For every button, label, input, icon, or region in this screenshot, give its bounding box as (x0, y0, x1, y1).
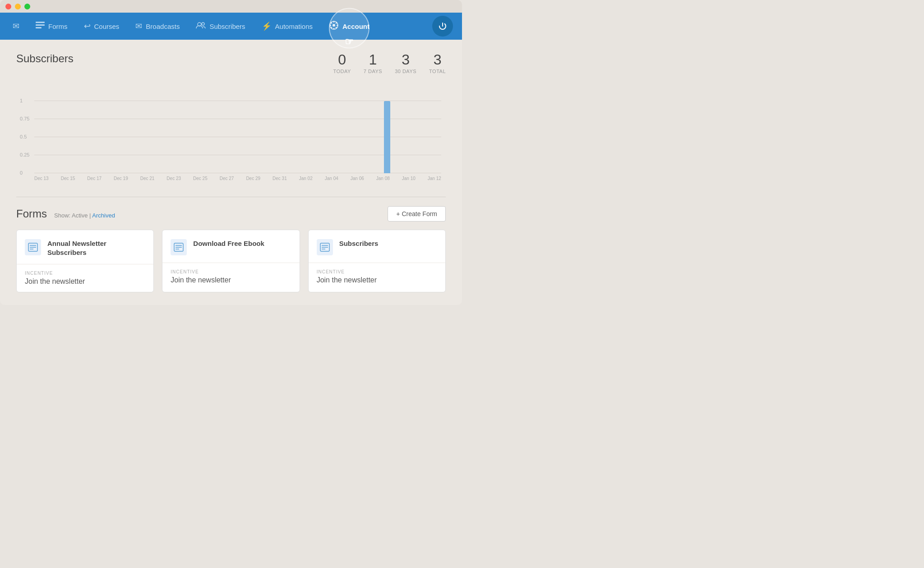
create-form-button[interactable]: + Create Form (388, 206, 446, 222)
form-card-title-ebook: Download Free Ebook (193, 239, 264, 248)
form-card-icon-ebook (171, 239, 187, 255)
nav-item-broadcasts[interactable]: ✉ Broadcasts (127, 13, 188, 40)
forms-header: Forms Show: Active | Archived + Create F… (16, 206, 446, 222)
form-card-icon-annual (25, 239, 41, 255)
form-card-title-annual: Annual Newsletter Subscribers (47, 239, 145, 257)
svg-point-7 (333, 21, 335, 23)
maximize-button[interactable] (24, 4, 30, 9)
nav-item-mail[interactable]: ✉ (9, 13, 28, 40)
main-content: Subscribers 0 TODAY 1 7 DAYS 3 30 DAYS 3… (0, 40, 462, 305)
x-label-jan08: Jan 08 (376, 176, 390, 181)
stat-30days: 3 30 DAYS (395, 52, 416, 74)
grid-line-0: 0 (34, 173, 441, 173)
power-button[interactable] (432, 16, 453, 37)
x-label-dec27: Dec 27 (220, 176, 234, 181)
form-card-bottom-subscribers: INCENTIVE Join the newsletter (309, 263, 445, 291)
svg-point-9 (330, 24, 331, 26)
form-card-top-ebook: Download Free Ebook (162, 230, 299, 263)
chart-bar-jan08 (384, 101, 390, 173)
automations-label: Automations (275, 23, 313, 30)
forms-section: Forms Show: Active | Archived + Create F… (16, 206, 446, 292)
stat-total-value: 3 (434, 52, 442, 67)
stats-row: 0 TODAY 1 7 DAYS 3 30 DAYS 3 TOTAL (333, 52, 446, 74)
forms-title-group: Forms Show: Active | Archived (16, 208, 115, 220)
form-card-ebook[interactable]: Download Free Ebook INCENTIVE Join the n… (162, 230, 300, 292)
svg-point-8 (333, 28, 335, 29)
stat-today: 0 TODAY (333, 52, 351, 74)
y-label-025: 0.25 (20, 152, 29, 157)
y-label-1: 1 (20, 98, 23, 103)
courses-label: Courses (94, 23, 120, 30)
filter-archived-link[interactable]: Archived (92, 212, 115, 219)
form-card-subscribers[interactable]: Subscribers INCENTIVE Join the newslette… (308, 230, 446, 292)
nav-item-courses[interactable]: ↩ Courses (76, 13, 128, 40)
stat-today-label: TODAY (333, 69, 351, 74)
incentive-label-annual: INCENTIVE (25, 271, 145, 276)
form-card-top-annual: Annual Newsletter Subscribers (17, 230, 153, 264)
account-icon (329, 20, 339, 32)
stat-7days: 1 7 DAYS (364, 52, 382, 74)
nav-item-forms[interactable]: Forms (28, 13, 76, 40)
broadcasts-label: Broadcasts (146, 23, 180, 30)
forms-label: Forms (48, 23, 68, 30)
x-label-jan04: Jan 04 (325, 176, 338, 181)
incentive-value-annual: Join the newsletter (25, 277, 145, 286)
minimize-button[interactable] (15, 4, 21, 9)
x-label-dec13: Dec 13 (34, 176, 49, 181)
svg-point-12 (336, 27, 337, 28)
automations-icon: ⚡ (262, 21, 272, 31)
svg-point-6 (333, 24, 335, 27)
form-card-bottom-ebook: INCENTIVE Join the newsletter (162, 263, 299, 291)
mail-icon: ✉ (13, 21, 19, 31)
x-label-dec25: Dec 25 (193, 176, 208, 181)
grid-line-1: 1 (34, 101, 441, 101)
svg-point-14 (331, 27, 332, 28)
forms-title: Forms (16, 208, 47, 220)
nav-item-subscribers[interactable]: Subscribers (188, 13, 253, 40)
chart-x-labels: Dec 13 Dec 15 Dec 17 Dec 19 Dec 21 Dec 2… (34, 176, 441, 181)
grid-line-025: 0.25 (34, 155, 441, 155)
svg-point-11 (331, 22, 332, 23)
form-card-title-subscribers: Subscribers (339, 239, 379, 248)
stat-total-label: TOTAL (429, 69, 446, 74)
subscribers-nav-icon (196, 22, 206, 31)
nav-item-account[interactable]: Account ☞ (321, 13, 378, 40)
svg-point-10 (337, 24, 338, 26)
svg-rect-2 (36, 27, 42, 28)
x-label-dec31: Dec 31 (273, 176, 287, 181)
nav-item-automations[interactable]: ⚡ Automations (254, 13, 321, 40)
forms-icon (36, 22, 45, 31)
subscribers-nav-label: Subscribers (209, 23, 245, 30)
x-label-dec29: Dec 29 (246, 176, 260, 181)
subscribers-chart: 1 0.75 0.5 0.25 0 Dec 13 (16, 79, 446, 188)
form-card-top-subscribers: Subscribers (309, 230, 445, 263)
x-label-jan10: Jan 10 (402, 176, 416, 181)
stat-30days-value: 3 (402, 52, 410, 67)
close-button[interactable] (5, 4, 11, 9)
incentive-value-subscribers: Join the newsletter (317, 276, 437, 284)
svg-point-13 (336, 22, 337, 23)
stat-7days-label: 7 DAYS (364, 69, 382, 74)
form-card-icon-subscribers (317, 239, 333, 255)
subscribers-section: Subscribers 0 TODAY 1 7 DAYS 3 30 DAYS 3… (16, 52, 446, 188)
stat-30days-label: 30 DAYS (395, 69, 416, 74)
form-card-annual-newsletter[interactable]: Annual Newsletter Subscribers INCENTIVE … (16, 230, 154, 292)
incentive-label-ebook: INCENTIVE (171, 269, 291, 274)
x-label-jan02: Jan 02 (299, 176, 313, 181)
title-bar (0, 0, 462, 13)
svg-rect-0 (36, 22, 45, 23)
courses-icon: ↩ (84, 21, 91, 31)
incentive-value-ebook: Join the newsletter (171, 276, 291, 284)
form-cards-grid: Annual Newsletter Subscribers INCENTIVE … (16, 230, 446, 292)
y-label-05: 0.5 (20, 134, 27, 139)
x-label-jan06: Jan 06 (351, 176, 364, 181)
grid-line-05: 0.5 (34, 137, 441, 137)
x-label-jan12: Jan 12 (428, 176, 441, 181)
x-label-dec19: Dec 19 (114, 176, 128, 181)
form-card-bottom-annual: INCENTIVE Join the newsletter (17, 264, 153, 292)
subscribers-header: Subscribers 0 TODAY 1 7 DAYS 3 30 DAYS 3… (16, 52, 446, 74)
broadcasts-icon: ✉ (135, 21, 142, 31)
x-label-dec15: Dec 15 (61, 176, 75, 181)
x-label-dec17: Dec 17 (87, 176, 102, 181)
grid-line-075: 0.75 (34, 119, 441, 119)
